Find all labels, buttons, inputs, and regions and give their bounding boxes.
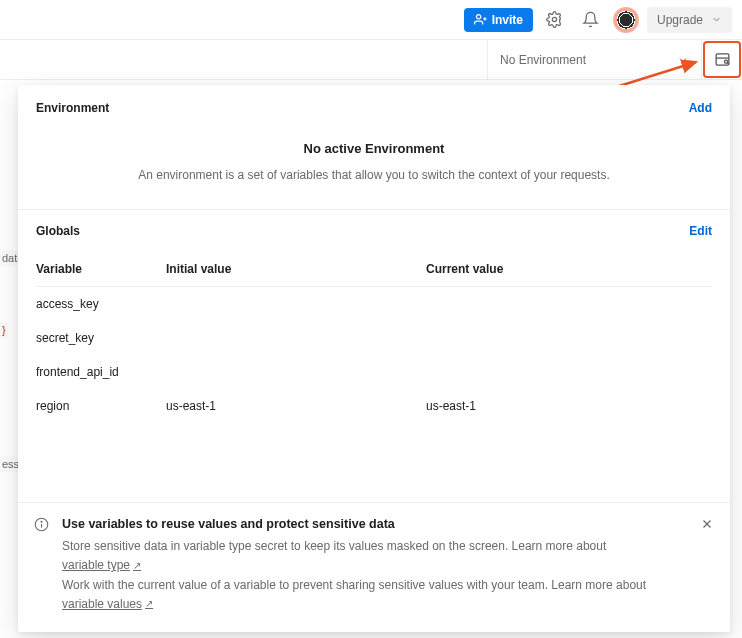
var-initial [166, 365, 426, 379]
upgrade-button[interactable]: Upgrade [647, 7, 732, 33]
environment-section: Environment Add No active Environment An… [18, 85, 730, 209]
var-initial [166, 297, 426, 311]
info-close-button[interactable] [692, 517, 714, 614]
environment-selected-label: No Environment [500, 53, 586, 67]
var-current [426, 365, 712, 379]
environment-row: No Environment [0, 40, 742, 80]
var-initial [166, 331, 426, 345]
no-environment-description: An environment is a set of variables tha… [36, 166, 712, 191]
col-variable: Variable [36, 262, 166, 276]
globals-table: Variable Initial value Current value acc… [36, 252, 712, 423]
environment-quicklook-icon [714, 51, 731, 68]
svg-point-11 [41, 521, 42, 522]
chevron-down-icon [711, 14, 722, 25]
info-text: Store sensitive data in variable type se… [62, 539, 606, 553]
edit-globals-button[interactable]: Edit [689, 224, 712, 238]
svg-point-6 [724, 60, 727, 63]
upgrade-label: Upgrade [657, 13, 703, 27]
var-name: region [36, 399, 166, 413]
var-current [426, 297, 712, 311]
table-row: secret_key [36, 321, 712, 355]
add-environment-button[interactable]: Add [689, 101, 712, 115]
external-link-icon: ↗ [133, 558, 141, 574]
avatar[interactable] [613, 7, 639, 33]
info-text: Work with the current value of a variabl… [62, 578, 646, 592]
invite-button[interactable]: Invite [464, 8, 533, 32]
bell-icon [582, 11, 599, 28]
no-environment-title: No active Environment [36, 141, 712, 156]
close-icon [700, 517, 714, 531]
var-name: secret_key [36, 331, 166, 345]
var-current: us-east-1 [426, 399, 712, 413]
info-title: Use variables to reuse values and protec… [62, 517, 686, 531]
notifications-button[interactable] [577, 6, 605, 34]
environment-quicklook-button[interactable] [708, 46, 736, 74]
var-initial: us-east-1 [166, 399, 426, 413]
environment-dropdown[interactable]: No Environment [488, 40, 702, 79]
environment-section-title: Environment [36, 101, 109, 115]
globals-header-row: Variable Initial value Current value [36, 252, 712, 287]
topbar: Invite Upgrade [0, 0, 742, 40]
svg-point-0 [476, 15, 480, 19]
variable-values-link[interactable]: variable values↗ [62, 595, 153, 614]
var-current [426, 331, 712, 345]
spacer [0, 40, 488, 79]
col-current: Current value [426, 262, 712, 276]
table-row: region us-east-1 us-east-1 [36, 389, 712, 423]
var-name: access_key [36, 297, 166, 311]
variable-type-link[interactable]: variable type↗ [62, 556, 141, 575]
settings-button[interactable] [541, 6, 569, 34]
globals-section-title: Globals [36, 224, 80, 238]
invite-label: Invite [492, 13, 523, 27]
info-banner: Use variables to reuse values and protec… [18, 502, 730, 632]
col-initial: Initial value [166, 262, 426, 276]
info-icon [34, 517, 56, 614]
var-name: frontend_api_id [36, 365, 166, 379]
environment-quicklook-wrap [702, 40, 742, 79]
environment-quicklook-panel: Environment Add No active Environment An… [18, 85, 730, 632]
user-plus-icon [474, 13, 487, 26]
info-content: Use variables to reuse values and protec… [62, 517, 686, 614]
svg-point-3 [553, 17, 557, 21]
table-row: frontend_api_id [36, 355, 712, 389]
table-row: access_key [36, 287, 712, 321]
gear-icon [546, 11, 563, 28]
chevron-down-icon [677, 54, 689, 66]
globals-section: Globals Edit Variable Initial value Curr… [18, 210, 730, 502]
bg-text: } [0, 322, 8, 338]
external-link-icon: ↗ [145, 596, 153, 612]
